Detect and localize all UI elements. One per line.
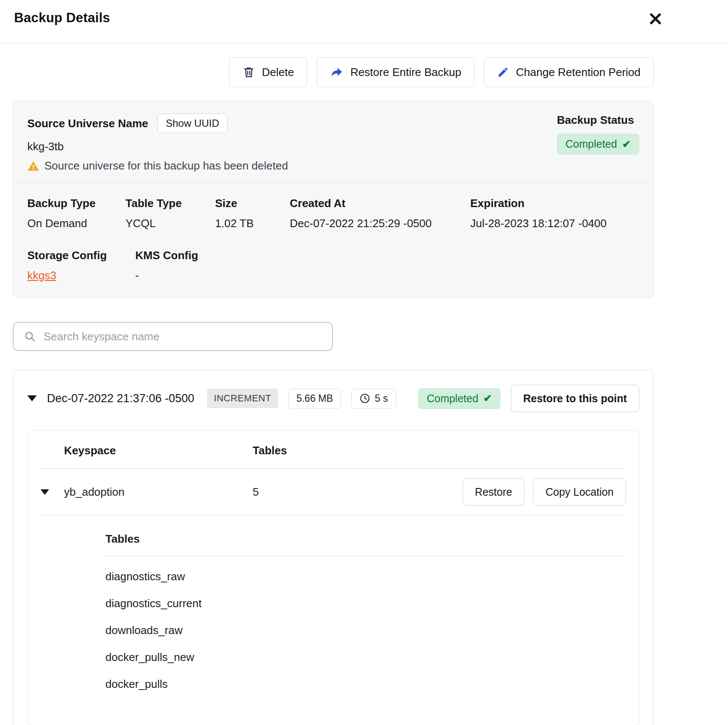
backup-summary-panel: Source Universe Name Show UUID kkg-3tb — [13, 100, 654, 298]
field-label: Size — [215, 197, 290, 210]
keyspace-name: yb_adoption — [64, 485, 253, 499]
increment-timestamp: Dec-07-2022 21:37:06 -0500 — [47, 392, 194, 405]
field-storage-config: Storage Config kkgs3 — [27, 249, 135, 282]
field-value: On Demand — [27, 217, 125, 230]
divider — [41, 515, 626, 515]
backup-status-label: Backup Status — [557, 114, 634, 127]
restore-entire-backup-button[interactable]: Restore Entire Backup — [317, 57, 475, 87]
field-value: Dec-07-2022 21:25:29 -0500 — [290, 217, 470, 230]
field-label: Expiration — [470, 197, 639, 210]
header: Backup Details — [0, 0, 728, 43]
table-list-item: diagnostics_current — [105, 597, 626, 610]
chevron-down-icon[interactable] — [41, 489, 49, 495]
content: Delete Restore Entire Backup Change Rete… — [0, 57, 728, 725]
clock-icon — [359, 393, 370, 404]
keyspace-row: yb_adoption 5 Restore Copy Location — [41, 469, 626, 515]
check-icon: ✔ — [483, 392, 492, 404]
restore-arrow-icon — [330, 65, 344, 79]
field-expiration: Expiration Jul-28-2023 18:12:07 -0400 — [470, 197, 639, 230]
status-text: Completed — [427, 392, 478, 405]
trash-icon — [242, 66, 255, 79]
check-icon: ✔ — [622, 138, 631, 150]
tables-section-header: Tables — [105, 532, 626, 546]
field-value: YCQL — [125, 217, 215, 230]
search-icon — [24, 330, 36, 342]
increment-type-badge: INCREMENT — [207, 389, 278, 408]
status-text: Completed — [565, 138, 617, 150]
increment-status-badge: Completed ✔ — [418, 388, 501, 409]
copy-location-button[interactable]: Copy Location — [533, 478, 626, 506]
table-list-item: docker_pulls — [105, 678, 626, 691]
field-table-type: Table Type YCQL — [125, 197, 215, 230]
divider — [105, 556, 626, 556]
field-label: KMS Config — [135, 249, 639, 262]
keyspace-table-count: 5 — [253, 485, 463, 499]
field-label: Backup Type — [27, 197, 125, 210]
backup-details-page: Backup Details Delete — [0, 0, 728, 725]
field-size: Size 1.02 TB — [215, 197, 290, 230]
source-universe-block: Source Universe Name Show UUID kkg-3tb — [27, 114, 288, 172]
chevron-down-icon[interactable] — [27, 395, 37, 401]
show-uuid-button[interactable]: Show UUID — [157, 114, 227, 133]
table-list-item: diagnostics_raw — [105, 570, 626, 583]
keyspace-table-card: Keyspace Tables yb_adoption 5 Restore Co… — [27, 430, 639, 725]
tables-section: Tables diagnostics_raw diagnostics_curre… — [105, 532, 626, 691]
config-fields-row: Storage Config kkgs3 KMS Config - — [13, 230, 653, 298]
restore-entire-backup-label: Restore Entire Backup — [350, 66, 461, 79]
field-backup-type: Backup Type On Demand — [27, 197, 125, 230]
backup-fields-row: Backup Type On Demand Table Type YCQL Si… — [13, 184, 653, 230]
field-label: Storage Config — [27, 249, 135, 262]
change-retention-period-button[interactable]: Change Retention Period — [484, 57, 654, 87]
field-value: Jul-28-2023 18:12:07 -0400 — [470, 217, 639, 230]
change-retention-period-label: Change Retention Period — [516, 66, 641, 79]
delete-label: Delete — [262, 66, 294, 79]
keyspace-search-input[interactable] — [43, 330, 322, 344]
table-list-item: downloads_raw — [105, 624, 626, 637]
pencil-icon — [497, 66, 509, 78]
backup-status-block: Backup Status Completed ✔ — [557, 114, 639, 172]
universe-name: kkg-3tb — [27, 140, 288, 153]
close-icon[interactable] — [647, 10, 664, 27]
restore-button[interactable]: Restore — [463, 478, 525, 506]
keyspace-table-header: Keyspace Tables — [41, 444, 626, 468]
field-value: 1.02 TB — [215, 217, 290, 230]
toolbar: Delete Restore Entire Backup Change Rete… — [13, 57, 654, 87]
field-created-at: Created At Dec-07-2022 21:25:29 -0500 — [290, 197, 470, 230]
table-list-item: docker_pulls_new — [105, 651, 626, 664]
increment-size-badge: 5.66 MB — [288, 389, 341, 409]
field-value: - — [135, 269, 639, 282]
delete-button[interactable]: Delete — [229, 57, 307, 87]
page-title: Backup Details — [14, 10, 110, 26]
status-badge: Completed ✔ — [557, 134, 639, 155]
field-label: Table Type — [125, 197, 215, 210]
source-universe-label: Source Universe Name — [27, 117, 148, 130]
field-label: Created At — [290, 197, 470, 210]
keyspace-column-header: Keyspace — [64, 444, 253, 457]
increment-duration-badge: 5 s — [351, 389, 396, 409]
increment-header: Dec-07-2022 21:37:06 -0500 INCREMENT 5.6… — [27, 385, 639, 412]
storage-config-link[interactable]: kkgs3 — [27, 269, 56, 282]
keyspace-search — [13, 322, 333, 351]
tables-column-header: Tables — [253, 444, 626, 457]
universe-deleted-warning: Source universe for this backup has been… — [44, 159, 288, 172]
field-kms-config: KMS Config - — [135, 249, 639, 282]
warning-icon — [27, 160, 39, 172]
duration-text: 5 s — [375, 393, 388, 404]
restore-to-this-point-button[interactable]: Restore to this point — [511, 385, 639, 412]
increment-backup-card: Dec-07-2022 21:37:06 -0500 INCREMENT 5.6… — [13, 370, 654, 725]
